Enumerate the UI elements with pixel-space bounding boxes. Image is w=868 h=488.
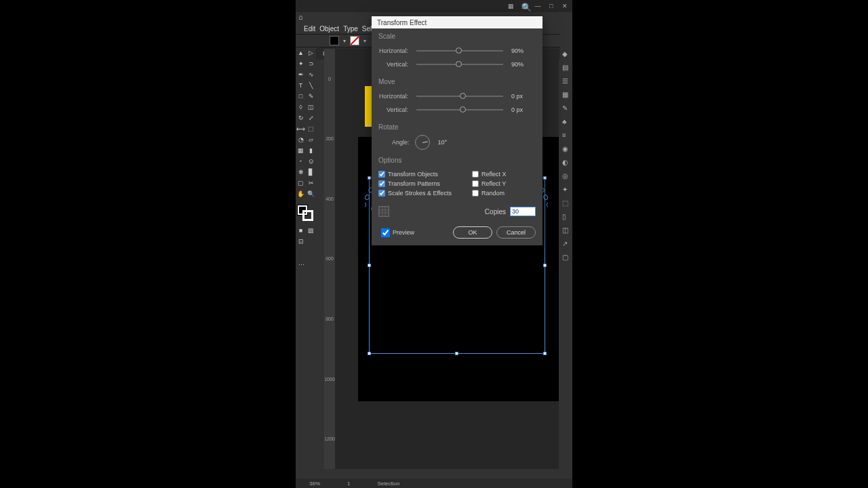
transform-patterns-checkbox[interactable]: Transform Patterns	[378, 180, 452, 187]
reflect-x-checkbox[interactable]: Reflect X	[472, 171, 507, 178]
move-horizontal-slider[interactable]	[416, 96, 503, 97]
brush-tool[interactable]: ✎	[307, 92, 315, 101]
move-horizontal-label: Horizontal:	[378, 93, 408, 100]
selection-tool[interactable]: ▲	[296, 48, 305, 58]
eyedropper-tool[interactable]: ⁃	[296, 157, 305, 166]
rectangle-tool[interactable]: □	[296, 92, 305, 101]
resize-handle[interactable]	[368, 176, 371, 180]
zoom-level[interactable]: 36%	[309, 481, 320, 487]
chevron-down-icon[interactable]: ▾	[343, 38, 346, 44]
slice-tool[interactable]: ✂	[307, 178, 315, 188]
mesh-tool[interactable]: ▦	[296, 146, 305, 155]
scale-horizontal-label: Horizontal:	[378, 47, 408, 54]
menu-object[interactable]: Object	[319, 25, 339, 33]
symbols-panel-icon[interactable]: ♣	[562, 118, 570, 126]
copies-input[interactable]	[510, 207, 536, 216]
dialog-title: Transform Effect	[372, 16, 542, 28]
resize-handle[interactable]	[368, 352, 371, 355]
scale-horizontal-value[interactable]: 90%	[511, 47, 536, 54]
layers-panel-icon[interactable]: ☰	[562, 77, 570, 85]
scale-vertical-value[interactable]: 90%	[511, 61, 536, 68]
maximize-icon[interactable]: □	[547, 2, 556, 10]
transform-objects-checkbox[interactable]: Transform Objects	[378, 171, 452, 178]
preview-checkbox[interactable]: Preview	[378, 228, 414, 237]
reference-point-selector[interactable]	[378, 206, 389, 217]
gradient-panel-icon[interactable]: ◐	[562, 159, 570, 167]
artboard-tool[interactable]: ▢	[296, 178, 305, 188]
graph-tool[interactable]: ▊	[307, 167, 315, 177]
scale-strokes-checkbox[interactable]: Scale Strokes & Effects	[378, 190, 452, 197]
resize-handle[interactable]	[543, 264, 547, 267]
color-panel-icon[interactable]: ◉	[562, 145, 570, 153]
home-icon[interactable]: ⌂	[298, 13, 308, 22]
properties-panel-icon[interactable]: ◆	[562, 50, 570, 58]
free-transform-tool[interactable]: ⬚	[307, 124, 315, 134]
brushes-panel-icon[interactable]: ✎	[562, 104, 570, 113]
swatches-panel-icon[interactable]: ▦	[562, 91, 570, 99]
fill-stroke-indicator[interactable]	[296, 203, 315, 222]
minimize-icon[interactable]: —	[533, 2, 542, 10]
eraser-tool[interactable]: ◫	[307, 102, 315, 112]
shaper-tool[interactable]: ◊	[296, 102, 305, 112]
fill-swatch[interactable]	[330, 36, 339, 45]
random-checkbox[interactable]: Random	[472, 190, 507, 197]
close-icon[interactable]: ✕	[560, 2, 570, 10]
menu-edit[interactable]: Edit	[304, 25, 315, 33]
curvature-tool[interactable]: ∿	[307, 70, 315, 79]
resize-handle[interactable]	[543, 176, 547, 180]
asset-export-panel-icon[interactable]: ↗	[562, 240, 570, 248]
blend-tool[interactable]: ⊙	[307, 157, 315, 166]
lasso-tool[interactable]: ⊃	[307, 59, 315, 68]
width-tool[interactable]: ⟷	[296, 124, 305, 134]
direct-selection-tool[interactable]: ▷	[307, 48, 315, 58]
shape-builder-tool[interactable]: ◔	[296, 135, 305, 144]
zoom-tool[interactable]: 🔍	[307, 189, 315, 199]
pen-tool[interactable]: ✒	[296, 70, 305, 79]
more-tools-icon[interactable]: ⋯	[296, 260, 306, 270]
artboard-nav[interactable]: 1	[347, 481, 350, 487]
resize-handle[interactable]	[543, 352, 547, 355]
menu-select[interactable]: Sel	[362, 25, 372, 33]
transform-panel-icon[interactable]: ⬚	[562, 199, 570, 207]
menu-type[interactable]: Type	[343, 25, 358, 33]
line-tool[interactable]: ╲	[307, 81, 315, 90]
hand-tool[interactable]: ✋	[296, 189, 305, 199]
stroke-panel-icon[interactable]: ≡	[562, 131, 570, 140]
graphic-styles-panel-icon[interactable]: ✦	[562, 186, 570, 194]
rotate-tool[interactable]: ↻	[296, 113, 305, 123]
stroke-swatch[interactable]	[350, 36, 359, 45]
move-horizontal-value[interactable]: 0 px	[511, 93, 536, 100]
resize-handle[interactable]	[368, 264, 371, 267]
perspective-tool[interactable]: ▱	[307, 135, 315, 144]
scale-vertical-slider[interactable]	[416, 64, 503, 65]
move-vertical-slider[interactable]	[416, 109, 503, 110]
angle-label: Angle:	[392, 139, 410, 146]
type-tool[interactable]: T	[296, 81, 305, 90]
artboards-panel-icon[interactable]: ▢	[562, 253, 570, 262]
scale-horizontal-slider[interactable]	[416, 50, 503, 52]
search-icon[interactable]: 🔍	[521, 3, 532, 12]
angle-dial[interactable]	[415, 135, 430, 150]
symbol-sprayer-tool[interactable]: ❋	[296, 167, 305, 177]
gradient-mode-icon[interactable]: ▨	[307, 226, 315, 235]
reflect-y-checkbox[interactable]: Reflect Y	[472, 180, 507, 187]
angle-value[interactable]: 10°	[435, 138, 450, 146]
ruler-vertical: 020040060080010001200	[324, 49, 335, 469]
screen-mode-icon[interactable]: ⊡	[296, 237, 306, 246]
move-vertical-value[interactable]: 0 px	[511, 106, 536, 113]
libraries-panel-icon[interactable]: ▤	[562, 64, 570, 72]
pathfinder-panel-icon[interactable]: ◫	[562, 226, 570, 235]
color-mode-icon[interactable]: ■	[296, 226, 305, 235]
appearance-panel-icon[interactable]: ◎	[562, 172, 570, 180]
align-panel-icon[interactable]: ▯	[562, 213, 570, 221]
cancel-button[interactable]: Cancel	[496, 226, 536, 239]
resize-handle[interactable]	[455, 352, 458, 355]
scale-tool[interactable]: ⤢	[307, 113, 315, 123]
move-vertical-label: Vertical:	[378, 106, 408, 113]
rotate-heading: Rotate	[378, 123, 536, 131]
workspace-icon[interactable]: ▦	[506, 2, 515, 10]
gradient-tool[interactable]: ▮	[307, 146, 315, 155]
chevron-down-icon[interactable]: ▾	[363, 38, 366, 44]
ok-button[interactable]: OK	[453, 226, 492, 239]
magic-wand-tool[interactable]: ✦	[296, 59, 305, 68]
